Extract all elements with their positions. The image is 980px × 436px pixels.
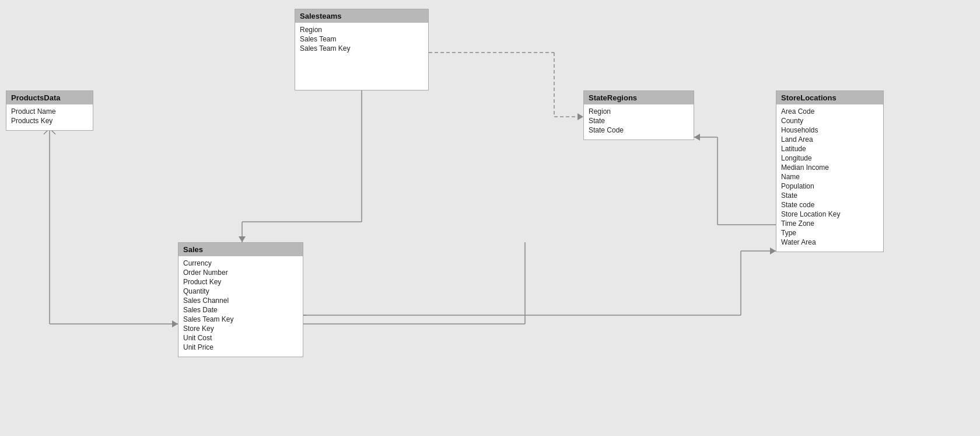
salesteams-table: Salesteams Region Sales Team Sales Team … [295, 9, 429, 90]
svg-marker-14 [578, 113, 583, 120]
field-sales-channel: Sales Channel [183, 296, 298, 305]
field-currency: Currency [183, 259, 298, 268]
field-land-area: Land Area [781, 135, 878, 144]
storelocations-header: StoreLocations [776, 91, 883, 104]
field-region-sr: Region [589, 107, 689, 116]
field-state-sr: State [589, 116, 689, 125]
field-sales-team-key-s: Sales Team Key [183, 315, 298, 324]
field-order-number: Order Number [183, 268, 298, 277]
field-latitude: Latitude [781, 144, 878, 154]
field-longitude: Longitude [781, 154, 878, 163]
field-median-income: Median Income [781, 163, 878, 172]
salesteams-header: Salesteams [295, 9, 428, 23]
stateregions-header: StateRegions [584, 91, 694, 104]
field-state-code-sr: State Code [589, 125, 689, 135]
field-product-name: Product Name [11, 107, 88, 116]
sales-body: Currency Order Number Product Key Quanti… [178, 256, 303, 357]
sales-table: Sales Currency Order Number Product Key … [178, 242, 303, 357]
productsdata-table: ProductsData Product Name Products Key [6, 90, 93, 131]
svg-marker-2 [172, 320, 178, 327]
field-quantity: Quantity [183, 287, 298, 296]
field-products-key: Products Key [11, 116, 88, 125]
storelocations-body: Area Code County Households Land Area La… [776, 104, 883, 252]
field-sales-date: Sales Date [183, 305, 298, 315]
salesteams-body: Region Sales Team Sales Team Key [295, 23, 428, 58]
field-region-st: Region [300, 25, 424, 34]
field-product-key: Product Key [183, 277, 298, 287]
field-state-sl: State [781, 191, 878, 200]
field-type: Type [781, 228, 878, 238]
field-water-area: Water Area [781, 238, 878, 247]
sales-header: Sales [178, 243, 303, 256]
field-time-zone: Time Zone [781, 219, 878, 228]
field-unit-cost: Unit Cost [183, 333, 298, 343]
stateregions-table: StateRegions Region State State Code [583, 90, 694, 140]
field-households: Households [781, 125, 878, 135]
field-name: Name [781, 172, 878, 182]
svg-marker-19 [694, 134, 700, 141]
field-unit-price: Unit Price [183, 343, 298, 352]
svg-marker-29 [770, 247, 776, 254]
stateregions-body: Region State State Code [584, 104, 694, 139]
field-store-location-key: Store Location Key [781, 210, 878, 219]
field-sales-team-key: Sales Team Key [300, 44, 424, 53]
productsdata-header: ProductsData [6, 91, 93, 104]
storelocations-table: StoreLocations Area Code County Househol… [776, 90, 884, 252]
field-area-code: Area Code [781, 107, 878, 116]
field-county: County [781, 116, 878, 125]
field-store-key: Store Key [183, 324, 298, 333]
field-population: Population [781, 182, 878, 191]
field-sales-team: Sales Team [300, 34, 424, 44]
svg-marker-8 [239, 236, 246, 242]
productsdata-body: Product Name Products Key [6, 104, 93, 130]
field-state-code-sl: State code [781, 200, 878, 210]
